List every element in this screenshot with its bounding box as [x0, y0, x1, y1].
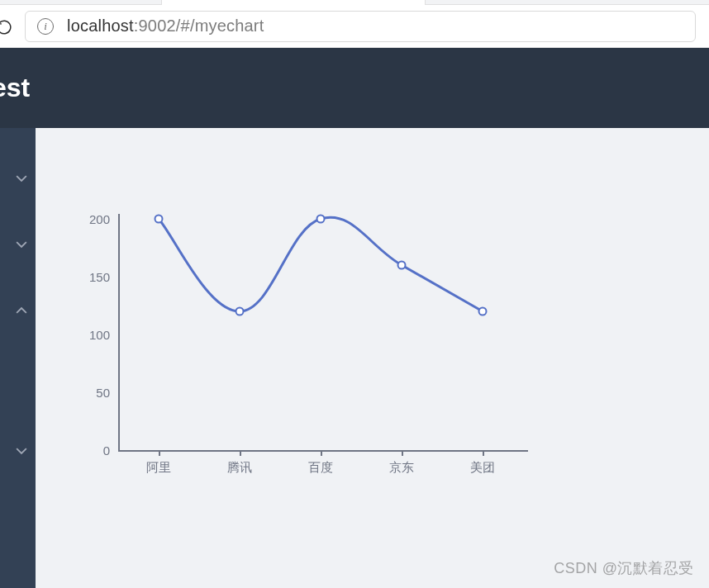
- url-input[interactable]: i localhost:9002/#/myechart: [25, 11, 696, 42]
- url-text: localhost:9002/#/myechart: [67, 17, 264, 36]
- refresh-icon[interactable]: [0, 18, 13, 36]
- line-chart: 050100150200阿里腾讯百度京东美团: [77, 178, 540, 508]
- chevron-down-icon: [16, 239, 27, 250]
- watermark-text: CSDN @沉默着忍受: [554, 558, 694, 578]
- app-header: est: [0, 48, 709, 128]
- main-area: 050100150200阿里腾讯百度京东美团 CSDN @沉默着忍受: [0, 128, 709, 588]
- sidebar-item-1[interactable]: [0, 214, 36, 280]
- chart-svg: [77, 178, 540, 508]
- site-info-icon[interactable]: i: [37, 18, 54, 35]
- chevron-up-icon: [16, 305, 27, 316]
- page-title: est: [0, 73, 30, 103]
- chart-marker: [398, 262, 406, 269]
- sidebar-item-2[interactable]: [0, 280, 36, 346]
- content-panel: 050100150200阿里腾讯百度京东美团 CSDN @沉默着忍受: [36, 128, 709, 588]
- sidebar-item-0[interactable]: [0, 148, 36, 214]
- chevron-down-icon: [16, 445, 27, 457]
- chart-marker: [155, 216, 163, 223]
- browser-active-tab[interactable]: [161, 0, 426, 5]
- chart-marker: [479, 308, 487, 315]
- chart-line: [159, 217, 483, 311]
- chart-marker: [317, 216, 325, 223]
- chevron-down-icon: [16, 173, 27, 184]
- sidebar: [0, 128, 36, 588]
- chart-marker: [236, 308, 244, 315]
- sidebar-item-3[interactable]: [0, 346, 36, 478]
- browser-address-bar: i localhost:9002/#/myechart: [0, 5, 709, 48]
